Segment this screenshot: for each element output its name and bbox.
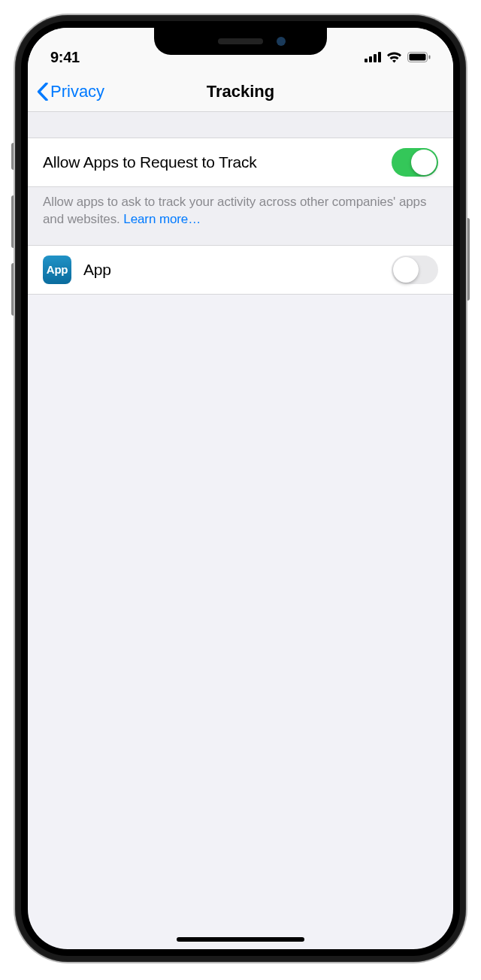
status-icons: [365, 52, 431, 63]
back-button[interactable]: Privacy: [37, 82, 104, 101]
learn-more-link[interactable]: Learn more…: [123, 212, 201, 226]
app-name-label: App: [83, 261, 392, 279]
svg-rect-1: [369, 56, 372, 62]
svg-rect-5: [410, 54, 426, 61]
app-row: App App: [28, 245, 453, 295]
allow-tracking-label: Allow Apps to Request to Track: [43, 153, 392, 171]
allow-tracking-row: Allow Apps to Request to Track: [28, 138, 453, 187]
battery-icon: [407, 52, 431, 62]
back-label: Privacy: [50, 82, 104, 101]
phone-frame: 9:41 Privacy Tracking Allow Apps to Requ…: [15, 15, 466, 962]
section-footer: Allow apps to ask to track your activity…: [28, 187, 453, 245]
nav-bar: Privacy Tracking: [28, 71, 453, 112]
footer-description: Allow apps to ask to track your activity…: [43, 195, 426, 226]
home-indicator[interactable]: [177, 937, 304, 942]
svg-rect-3: [378, 52, 381, 62]
app-tracking-toggle[interactable]: [392, 256, 438, 284]
svg-rect-0: [365, 59, 368, 62]
cellular-icon: [365, 52, 381, 62]
status-time: 9:41: [50, 49, 80, 66]
page-title: Tracking: [207, 82, 274, 101]
svg-rect-6: [429, 56, 431, 59]
svg-rect-2: [374, 54, 377, 62]
notch: [154, 28, 327, 55]
app-icon: App: [43, 256, 71, 284]
allow-tracking-toggle[interactable]: [392, 148, 438, 177]
chevron-left-icon: [37, 83, 48, 101]
screen: 9:41 Privacy Tracking Allow Apps to Requ…: [28, 28, 453, 949]
wifi-icon: [386, 52, 402, 63]
content-area: Allow Apps to Request to Track Allow app…: [28, 112, 453, 295]
